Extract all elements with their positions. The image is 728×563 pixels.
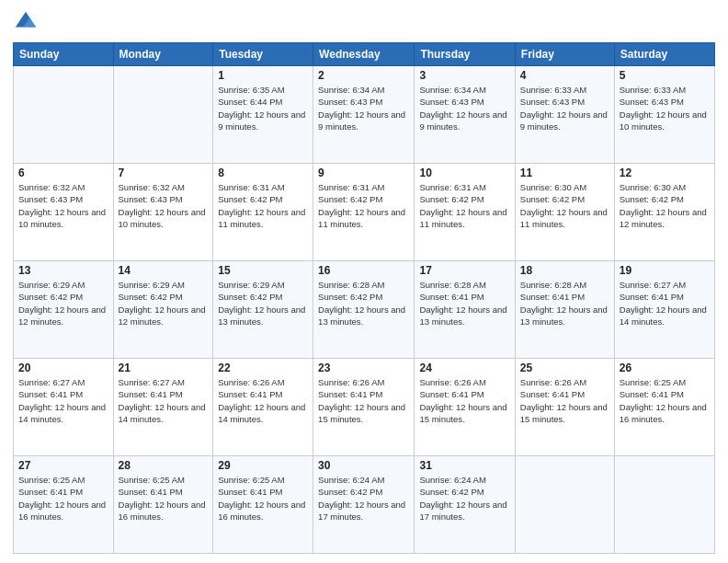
day-detail: Sunrise: 6:28 AM Sunset: 6:41 PM Dayligh… (419, 279, 509, 327)
week-row-0: 1Sunrise: 6:35 AM Sunset: 6:44 PM Daylig… (14, 66, 715, 164)
day-number: 25 (520, 362, 609, 374)
day-detail: Sunrise: 6:31 AM Sunset: 6:42 PM Dayligh… (218, 181, 308, 230)
day-number: 27 (18, 459, 108, 472)
day-number: 7 (119, 167, 209, 179)
day-cell: 30Sunrise: 6:24 AM Sunset: 6:42 PM Dayli… (313, 456, 415, 554)
day-cell: 21Sunrise: 6:27 AM Sunset: 6:41 PM Dayli… (113, 359, 213, 456)
day-cell: 20Sunrise: 6:27 AM Sunset: 6:41 PM Dayli… (14, 359, 114, 456)
day-number: 14 (119, 264, 209, 277)
header (13, 9, 715, 35)
day-number: 26 (620, 362, 710, 374)
day-number: 9 (318, 167, 409, 179)
day-number: 28 (119, 459, 209, 472)
day-detail: Sunrise: 6:32 AM Sunset: 6:43 PM Dayligh… (119, 181, 209, 230)
day-detail: Sunrise: 6:27 AM Sunset: 6:41 PM Dayligh… (119, 376, 209, 425)
weekday-header-thursday: Thursday (415, 43, 515, 66)
day-number: 24 (419, 362, 509, 374)
day-detail: Sunrise: 6:31 AM Sunset: 6:42 PM Dayligh… (419, 181, 509, 230)
day-number: 30 (318, 459, 409, 472)
day-detail: Sunrise: 6:28 AM Sunset: 6:42 PM Dayligh… (318, 279, 409, 327)
day-cell: 19Sunrise: 6:27 AM Sunset: 6:41 PM Dayli… (614, 261, 714, 359)
day-cell (14, 66, 114, 164)
day-number: 31 (419, 459, 509, 472)
day-number: 20 (18, 362, 108, 374)
day-detail: Sunrise: 6:34 AM Sunset: 6:43 PM Dayligh… (419, 84, 509, 132)
day-cell: 12Sunrise: 6:30 AM Sunset: 6:42 PM Dayli… (614, 164, 714, 261)
day-detail: Sunrise: 6:26 AM Sunset: 6:41 PM Dayligh… (218, 376, 308, 425)
day-cell: 24Sunrise: 6:26 AM Sunset: 6:41 PM Dayli… (415, 359, 515, 456)
day-number: 3 (419, 69, 509, 82)
day-cell: 1Sunrise: 6:35 AM Sunset: 6:44 PM Daylig… (213, 66, 313, 164)
day-cell: 16Sunrise: 6:28 AM Sunset: 6:42 PM Dayli… (313, 261, 415, 359)
weekday-header-wednesday: Wednesday (313, 43, 415, 66)
day-cell: 28Sunrise: 6:25 AM Sunset: 6:41 PM Dayli… (113, 456, 213, 554)
weekday-header-friday: Friday (515, 43, 614, 66)
day-number: 5 (620, 69, 710, 82)
day-cell: 27Sunrise: 6:25 AM Sunset: 6:41 PM Dayli… (14, 456, 114, 554)
day-number: 22 (218, 362, 308, 374)
day-detail: Sunrise: 6:33 AM Sunset: 6:43 PM Dayligh… (520, 84, 609, 132)
day-cell: 14Sunrise: 6:29 AM Sunset: 6:42 PM Dayli… (113, 261, 213, 359)
day-number: 4 (520, 69, 609, 82)
day-cell: 31Sunrise: 6:24 AM Sunset: 6:42 PM Dayli… (415, 456, 515, 554)
day-cell: 7Sunrise: 6:32 AM Sunset: 6:43 PM Daylig… (113, 164, 213, 261)
day-detail: Sunrise: 6:26 AM Sunset: 6:41 PM Dayligh… (520, 376, 609, 425)
day-cell: 2Sunrise: 6:34 AM Sunset: 6:43 PM Daylig… (313, 66, 415, 164)
day-cell: 23Sunrise: 6:26 AM Sunset: 6:41 PM Dayli… (313, 359, 415, 456)
day-number: 18 (520, 264, 609, 277)
week-row-4: 27Sunrise: 6:25 AM Sunset: 6:41 PM Dayli… (14, 456, 715, 554)
logo-icon (13, 9, 39, 35)
week-row-1: 6Sunrise: 6:32 AM Sunset: 6:43 PM Daylig… (14, 164, 715, 261)
day-number: 12 (620, 167, 710, 179)
day-number: 11 (520, 167, 609, 179)
day-detail: Sunrise: 6:28 AM Sunset: 6:41 PM Dayligh… (520, 279, 609, 327)
day-cell: 4Sunrise: 6:33 AM Sunset: 6:43 PM Daylig… (515, 66, 614, 164)
day-detail: Sunrise: 6:26 AM Sunset: 6:41 PM Dayligh… (318, 376, 409, 425)
day-number: 2 (318, 69, 409, 82)
day-detail: Sunrise: 6:34 AM Sunset: 6:43 PM Dayligh… (318, 84, 409, 132)
day-detail: Sunrise: 6:25 AM Sunset: 6:41 PM Dayligh… (18, 474, 108, 523)
day-number: 29 (218, 459, 308, 472)
day-number: 17 (419, 264, 509, 277)
day-cell: 25Sunrise: 6:26 AM Sunset: 6:41 PM Dayli… (515, 359, 614, 456)
day-cell (515, 456, 614, 554)
weekday-header-tuesday: Tuesday (213, 43, 313, 66)
day-detail: Sunrise: 6:29 AM Sunset: 6:42 PM Dayligh… (119, 279, 209, 327)
week-row-2: 13Sunrise: 6:29 AM Sunset: 6:42 PM Dayli… (14, 261, 715, 359)
day-cell: 13Sunrise: 6:29 AM Sunset: 6:42 PM Dayli… (14, 261, 114, 359)
day-number: 16 (318, 264, 409, 277)
day-number: 6 (18, 167, 108, 179)
day-detail: Sunrise: 6:24 AM Sunset: 6:42 PM Dayligh… (318, 474, 409, 523)
weekday-header-saturday: Saturday (614, 43, 714, 66)
week-row-3: 20Sunrise: 6:27 AM Sunset: 6:41 PM Dayli… (14, 359, 715, 456)
day-number: 15 (218, 264, 308, 277)
day-number: 1 (218, 69, 308, 82)
day-cell: 8Sunrise: 6:31 AM Sunset: 6:42 PM Daylig… (213, 164, 313, 261)
day-detail: Sunrise: 6:35 AM Sunset: 6:44 PM Dayligh… (218, 84, 308, 132)
day-cell (614, 456, 714, 554)
day-number: 13 (18, 264, 108, 277)
day-detail: Sunrise: 6:33 AM Sunset: 6:43 PM Dayligh… (620, 84, 710, 132)
day-cell: 17Sunrise: 6:28 AM Sunset: 6:41 PM Dayli… (415, 261, 515, 359)
page: SundayMondayTuesdayWednesdayThursdayFrid… (0, 0, 728, 563)
day-detail: Sunrise: 6:26 AM Sunset: 6:41 PM Dayligh… (419, 376, 509, 425)
day-detail: Sunrise: 6:30 AM Sunset: 6:42 PM Dayligh… (520, 181, 609, 230)
day-cell: 3Sunrise: 6:34 AM Sunset: 6:43 PM Daylig… (415, 66, 515, 164)
day-detail: Sunrise: 6:32 AM Sunset: 6:43 PM Dayligh… (18, 181, 108, 230)
calendar-table: SundayMondayTuesdayWednesdayThursdayFrid… (13, 42, 715, 554)
day-detail: Sunrise: 6:31 AM Sunset: 6:42 PM Dayligh… (318, 181, 409, 230)
day-detail: Sunrise: 6:29 AM Sunset: 6:42 PM Dayligh… (18, 279, 108, 327)
day-detail: Sunrise: 6:29 AM Sunset: 6:42 PM Dayligh… (218, 279, 308, 327)
day-number: 19 (620, 264, 710, 277)
weekday-header-row: SundayMondayTuesdayWednesdayThursdayFrid… (14, 43, 715, 66)
day-cell: 15Sunrise: 6:29 AM Sunset: 6:42 PM Dayli… (213, 261, 313, 359)
day-cell: 10Sunrise: 6:31 AM Sunset: 6:42 PM Dayli… (415, 164, 515, 261)
day-cell: 26Sunrise: 6:25 AM Sunset: 6:41 PM Dayli… (614, 359, 714, 456)
day-number: 8 (218, 167, 308, 179)
day-cell: 6Sunrise: 6:32 AM Sunset: 6:43 PM Daylig… (14, 164, 114, 261)
day-number: 10 (419, 167, 509, 179)
day-cell (113, 66, 213, 164)
day-detail: Sunrise: 6:27 AM Sunset: 6:41 PM Dayligh… (620, 279, 710, 327)
day-detail: Sunrise: 6:24 AM Sunset: 6:42 PM Dayligh… (419, 474, 509, 523)
day-cell: 5Sunrise: 6:33 AM Sunset: 6:43 PM Daylig… (614, 66, 714, 164)
